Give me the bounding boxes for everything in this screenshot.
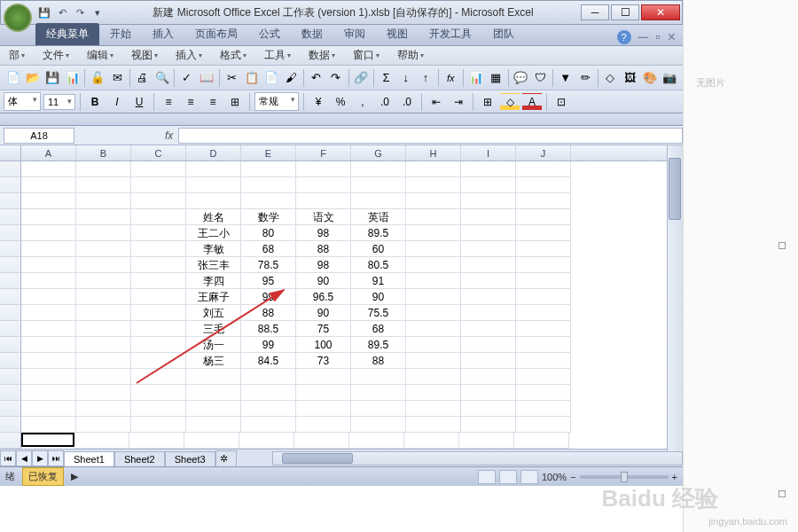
protect-icon[interactable]: 🛡 (531, 68, 550, 88)
new-icon[interactable]: 📄 (4, 68, 22, 88)
col-header-C[interactable]: C (131, 145, 186, 160)
row-header[interactable] (0, 401, 21, 417)
cell[interactable] (21, 241, 76, 257)
cell[interactable]: 语文 (296, 209, 351, 225)
undo-icon[interactable]: ↶ (54, 4, 70, 20)
restore-window-icon[interactable]: ▫ (655, 29, 661, 45)
autosum-icon[interactable]: Σ (377, 68, 395, 88)
italic-button[interactable]: I (107, 93, 127, 111)
paste-icon[interactable]: 📄 (262, 68, 280, 88)
copy-icon[interactable]: 📋 (242, 68, 261, 88)
cell[interactable] (461, 321, 516, 337)
cell[interactable]: 95 (241, 273, 296, 289)
cell[interactable]: 李四 (186, 273, 241, 289)
col-header-B[interactable]: B (76, 145, 131, 160)
row-header[interactable] (0, 225, 21, 241)
undo-icon[interactable]: ↶ (307, 68, 325, 88)
menu-window[interactable]: 窗口▾ (344, 45, 388, 66)
sheet-nav-last[interactable]: ⏭ (48, 450, 64, 466)
cell[interactable] (296, 385, 351, 401)
cell[interactable]: 张三丰 (186, 257, 241, 273)
cell[interactable] (351, 385, 406, 401)
cell[interactable] (21, 401, 76, 417)
tab-data[interactable]: 数据 (291, 23, 333, 45)
cell[interactable] (516, 337, 571, 353)
spell-icon[interactable]: ✓ (177, 68, 196, 88)
cell[interactable] (131, 241, 186, 257)
cell[interactable]: 88 (241, 305, 296, 321)
sort-desc-icon[interactable]: ↑ (416, 68, 434, 88)
cell[interactable] (131, 209, 186, 225)
fx-icon[interactable]: fx (160, 129, 178, 142)
cell[interactable] (241, 385, 296, 401)
cell[interactable] (461, 417, 516, 433)
underline-button[interactable]: U (129, 93, 149, 111)
row-header[interactable] (0, 289, 21, 305)
cell[interactable] (406, 401, 461, 417)
cell[interactable] (406, 257, 461, 273)
col-header-A[interactable]: A (21, 145, 76, 160)
cell[interactable] (351, 401, 406, 417)
cell[interactable] (21, 273, 76, 289)
cell[interactable] (76, 273, 131, 289)
cell[interactable] (516, 273, 571, 289)
tab-view[interactable]: 视图 (376, 23, 419, 45)
cell[interactable] (21, 161, 76, 177)
comma-icon[interactable]: , (353, 93, 372, 111)
cell[interactable] (131, 305, 186, 321)
cell[interactable] (131, 369, 186, 385)
cell[interactable] (76, 225, 131, 241)
cell[interactable] (514, 433, 569, 449)
tab-page-layout[interactable]: 页面布局 (184, 23, 248, 45)
cell[interactable]: 89.5 (351, 337, 406, 353)
cell[interactable] (351, 417, 406, 433)
cell[interactable]: 75 (296, 321, 351, 337)
cell[interactable]: 刘五 (186, 305, 241, 321)
font-size-combo[interactable]: 11 (43, 94, 75, 110)
menu-file[interactable]: 文件▾ (34, 45, 78, 66)
research-icon[interactable]: 📖 (198, 68, 216, 88)
cell[interactable] (131, 257, 186, 273)
menu-format[interactable]: 格式▾ (211, 45, 255, 66)
maximize-button[interactable]: ☐ (611, 4, 639, 20)
cell[interactable] (406, 177, 461, 193)
cell[interactable] (406, 289, 461, 305)
col-header-D[interactable]: D (186, 145, 241, 160)
close-button[interactable]: ✕ (641, 4, 680, 20)
cell[interactable] (516, 161, 571, 177)
cell[interactable] (406, 369, 461, 385)
cell[interactable] (186, 401, 241, 417)
cell[interactable]: 90 (351, 289, 406, 305)
row-header[interactable] (0, 305, 21, 321)
name-box[interactable]: A18 (4, 128, 74, 144)
cell[interactable]: 84.5 (241, 353, 296, 369)
cell[interactable] (296, 417, 351, 433)
cell[interactable] (294, 433, 349, 449)
cell[interactable] (131, 385, 186, 401)
cell[interactable] (76, 337, 131, 353)
row-header[interactable] (0, 257, 21, 273)
mail-icon[interactable]: ✉ (107, 68, 126, 88)
cell[interactable] (76, 385, 131, 401)
cell[interactable] (131, 337, 186, 353)
select-all-corner[interactable] (0, 145, 21, 160)
cell[interactable] (406, 305, 461, 321)
page-break-view-icon[interactable] (520, 470, 538, 484)
cell[interactable]: 96.5 (296, 289, 351, 305)
cell[interactable]: 98 (296, 257, 351, 273)
cell[interactable]: 88 (296, 241, 351, 257)
cell[interactable] (74, 433, 129, 449)
cell[interactable] (406, 273, 461, 289)
cell[interactable] (461, 289, 516, 305)
menu-all[interactable]: 部▾ (0, 45, 34, 66)
cell[interactable] (461, 209, 516, 225)
horizontal-scrollbar[interactable] (272, 451, 683, 466)
cell[interactable] (21, 337, 76, 353)
font-color-icon[interactable]: A (522, 93, 542, 111)
comment-icon[interactable]: 💬 (512, 68, 530, 88)
tab-review[interactable]: 审阅 (333, 23, 376, 45)
decrease-decimal-icon[interactable]: .0 (397, 93, 417, 111)
cut-icon[interactable]: ✂ (223, 68, 241, 88)
cell[interactable] (406, 193, 461, 209)
col-header-F[interactable]: F (296, 145, 351, 160)
